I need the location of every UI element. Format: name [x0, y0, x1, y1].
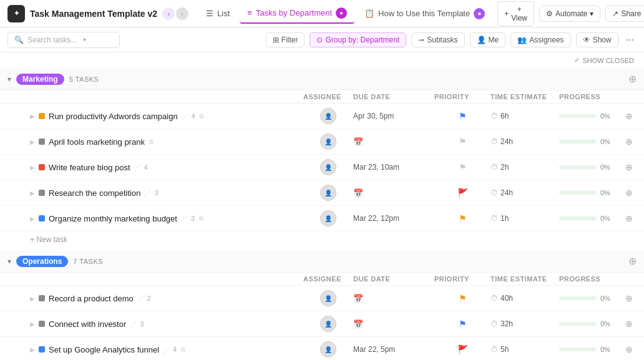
time-estimate-value: 24h — [500, 137, 513, 146]
hourglass-icon: ⏱ — [490, 137, 498, 146]
hourglass-icon: ⏱ — [490, 319, 498, 328]
task-menu-icon: ≡ — [198, 213, 203, 223]
automate-button[interactable]: ⚙ Automate ▾ — [539, 6, 600, 22]
due-date-cell: Apr 30, 5pm — [353, 112, 434, 120]
assignee-cell: 👤 — [303, 159, 353, 175]
dept-add-button-operations[interactable]: ⊕ — [628, 255, 637, 267]
task-color-dot — [39, 139, 45, 145]
col-time-estimate: TIME ESTIMATE — [490, 93, 559, 100]
subtask-count: 3 — [191, 215, 195, 222]
dept-toggle-marketing[interactable]: ▾ — [7, 75, 11, 84]
task-name: April fools marketing prank — [49, 137, 145, 147]
avatar-icon: 👤 — [324, 295, 332, 302]
table-row[interactable]: ▶ Organize monthly marketing budget ⋰3 ≡… — [0, 206, 644, 231]
me-button[interactable]: 👤 Me — [470, 32, 506, 47]
check-icon: ✓ — [574, 56, 580, 64]
task-name-cell: ▶ Set up Google Analytics funnel ⋰4 ≡ — [30, 344, 303, 354]
add-view-button[interactable]: + + View — [497, 1, 534, 26]
filter-button[interactable]: ⊞ Filter — [266, 32, 305, 47]
nav-back-button[interactable]: ‹ — [162, 7, 175, 20]
dept-section-marketing: ▾ Marketing 5 TASKS ⊕ ASSIGNEE DUE DATE … — [0, 68, 644, 248]
logo-icon: ✦ — [14, 9, 19, 17]
task-expand-icon[interactable]: ▶ — [30, 139, 35, 145]
col-due-date: DUE DATE — [353, 93, 434, 100]
table-row[interactable]: ▶ Record a product demo ⋰2 👤 📅 ⚑ ⏱ 40h — [0, 286, 644, 311]
task-expand-icon[interactable]: ▶ — [30, 190, 35, 197]
task-expand-icon[interactable]: ▶ — [30, 164, 35, 171]
table-row[interactable]: ▶ Research the competition ⋰3 👤 📅 🚩 ⏱ 24… — [0, 180, 644, 206]
show-closed-bar[interactable]: ✓ SHOW CLOSED — [0, 52, 644, 68]
search-input[interactable]: Search tasks... — [27, 36, 77, 44]
row-add-button[interactable]: ⊕ — [622, 293, 637, 303]
priority-flag-blue: ⚑ — [459, 111, 467, 121]
task-expand-icon[interactable]: ▶ — [30, 215, 35, 222]
calendar-icon: 📅 — [353, 294, 363, 303]
content-area: ▾ Marketing 5 TASKS ⊕ ASSIGNEE DUE DATE … — [0, 68, 644, 358]
task-expand-icon[interactable]: ▶ — [30, 346, 35, 353]
time-cell: ⏱ 6h — [490, 112, 559, 120]
task-expand-icon[interactable]: ▶ — [30, 321, 35, 328]
due-date-text: Mar 22, 12pm — [353, 214, 399, 223]
row-add-button[interactable]: ⊕ — [622, 188, 637, 198]
avatar[interactable]: 👤 — [320, 290, 336, 306]
priority-flag-yellow: ⚑ — [459, 213, 467, 223]
share-button[interactable]: ↗ Share — [605, 6, 644, 22]
search-box[interactable]: 🔍 Search tasks... ▾ — [7, 32, 120, 48]
task-color-dot — [39, 321, 45, 327]
avatar[interactable]: 👤 — [320, 341, 336, 358]
show-button[interactable]: 👁 Show — [576, 32, 618, 47]
avatar-icon: 👤 — [324, 113, 332, 120]
table-row[interactable]: ▶ Write feature blog post ⋰4 👤 Mar 23, 1… — [0, 155, 644, 180]
task-color-dot — [39, 346, 45, 353]
col-progress: PROGRESS — [559, 275, 622, 283]
assignees-button[interactable]: 👥 Assignees — [510, 32, 570, 47]
dept-badge-marketing[interactable]: Marketing — [16, 74, 64, 85]
avatar[interactable]: 👤 — [320, 210, 336, 226]
avatar[interactable]: 👤 — [320, 134, 336, 150]
due-date-cell: 📅 — [353, 294, 434, 303]
tab-how-to-use[interactable]: 📋 How to Use this Template ● — [357, 4, 492, 23]
app-logo: ✦ — [7, 5, 25, 22]
row-add-button[interactable]: ⊕ — [622, 111, 637, 121]
subtask-icon: ⋰ — [181, 215, 187, 222]
avatar[interactable]: 👤 — [320, 185, 336, 201]
avatar[interactable]: 👤 — [320, 108, 336, 124]
task-name: Organize monthly marketing budget — [49, 214, 177, 223]
table-header-operations: ASSIGNEE DUE DATE PRIORITY TIME ESTIMATE… — [0, 273, 644, 286]
avatar-icon: 👤 — [324, 139, 332, 145]
nav-forward-button[interactable]: › — [176, 7, 188, 20]
group-by-button[interactable]: ⊙ Group by: Department — [310, 32, 406, 47]
row-add-button[interactable]: ⊕ — [622, 344, 637, 354]
more-options-icon[interactable]: ··· — [623, 34, 637, 46]
task-name-cell: ▶ Research the competition ⋰3 — [30, 188, 303, 198]
col-priority: PRIORITY — [434, 93, 490, 100]
priority-cell: ⚑ — [434, 111, 490, 121]
dept-toggle-operations[interactable]: ▾ — [7, 257, 11, 266]
dept-badge-operations[interactable]: Operations — [16, 256, 68, 267]
row-add-button[interactable]: ⊕ — [622, 213, 637, 223]
progress-bar-wrap — [559, 114, 597, 118]
row-add-button[interactable]: ⊕ — [622, 319, 637, 329]
row-add-button[interactable]: ⊕ — [622, 137, 637, 147]
priority-cell: ⚑ — [434, 162, 490, 172]
task-expand-icon[interactable]: ▶ — [30, 113, 35, 120]
task-name: Write feature blog post — [49, 163, 130, 172]
doc-icon: 📋 — [364, 9, 374, 18]
table-row[interactable]: ▶ Run productivity Adwords campaign ⋰4 ≡… — [0, 104, 644, 129]
new-task-row-marketing[interactable]: + New task — [0, 231, 644, 248]
tab-tasks-by-dept[interactable]: ≡ Tasks by Department ● — [240, 4, 354, 24]
tab-list[interactable]: ☰ List — [198, 5, 237, 22]
table-row[interactable]: ▶ April fools marketing prank ≡ 👤 📅 ⚑ ⏱ … — [0, 129, 644, 155]
assignee-cell: 👤 — [303, 316, 353, 332]
row-add-button[interactable]: ⊕ — [622, 162, 637, 172]
dept-add-button-marketing[interactable]: ⊕ — [628, 73, 637, 85]
subtasks-button[interactable]: ⊸ Subtasks — [411, 32, 464, 47]
table-row[interactable]: ▶ Set up Google Analytics funnel ⋰4 ≡ 👤 … — [0, 337, 644, 358]
hourglass-icon: ⏱ — [490, 188, 498, 197]
avatar[interactable]: 👤 — [320, 316, 336, 332]
avatar[interactable]: 👤 — [320, 159, 336, 175]
task-expand-icon[interactable]: ▶ — [30, 295, 35, 302]
due-date-cell: Mar 22, 5pm — [353, 345, 434, 354]
table-row[interactable]: ▶ Connect with investor ⋰3 👤 📅 ⚑ ⏱ 32h — [0, 311, 644, 337]
due-date-text: Apr 30, 5pm — [353, 112, 394, 120]
